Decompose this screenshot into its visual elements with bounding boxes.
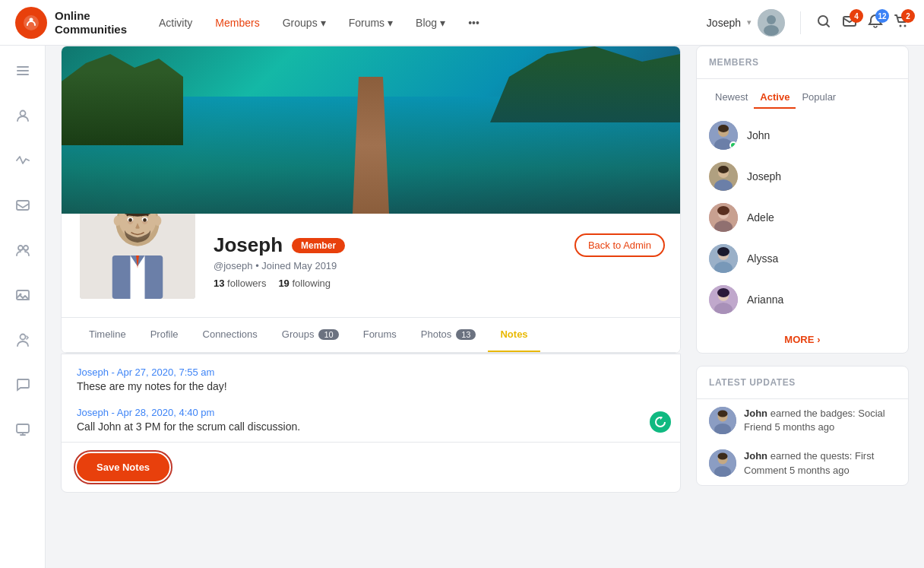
save-notes-button[interactable]: Save Notes: [77, 453, 169, 481]
latest-updates-card: LATEST UPDATES John earned the ba: [696, 366, 909, 486]
member-avatar-arianna: [709, 285, 738, 314]
chevron-down-icon: ▾: [747, 17, 752, 27]
cover-image: [62, 46, 680, 214]
member-name-alyssa: Alyssa: [747, 252, 778, 265]
member-item-arianna[interactable]: Arianna: [697, 279, 908, 320]
notifications-icon[interactable]: 12: [868, 14, 883, 31]
sidebar-monitor-icon[interactable]: [10, 417, 36, 446]
chevron-right-icon: ›: [817, 334, 820, 345]
note-entry-2: Joseph - Apr 28, 2020, 4:40 pm Call John…: [77, 407, 665, 435]
nav-groups[interactable]: Groups ▾: [274, 11, 335, 35]
nav-right: Joseph ▾ 4: [707, 9, 909, 36]
profile-name: Joseph: [214, 233, 283, 257]
member-list: John Joseph: [697, 109, 908, 326]
svg-point-39: [718, 166, 729, 173]
profile-stats: 13 followers 19 following: [214, 278, 665, 289]
back-to-admin-button[interactable]: Back to Admin: [574, 233, 665, 257]
tab-notes[interactable]: Notes: [488, 318, 540, 352]
svg-point-35: [718, 125, 729, 132]
logo-text: OnlineCommunities: [55, 9, 127, 36]
updates-list: John earned the badges: Social Friend 5 …: [697, 399, 908, 485]
tab-profile[interactable]: Profile: [138, 318, 191, 352]
svg-rect-16: [17, 424, 29, 433]
messages-badge: 4: [850, 9, 863, 23]
nav-links: Activity Members Groups ▾ Forums ▾ Blog …: [150, 11, 489, 35]
svg-point-5: [818, 16, 827, 25]
sidebar-inbox-icon[interactable]: [10, 192, 36, 222]
svg-point-43: [717, 206, 729, 215]
update-text-2: John earned the quests: First Comment 5 …: [744, 449, 896, 477]
member-name-arianna: Arianna: [747, 294, 783, 306]
tab-forums[interactable]: Forums: [351, 318, 409, 352]
nav-activity[interactable]: Activity: [150, 11, 201, 35]
sidebar-activity-icon[interactable]: [10, 148, 36, 177]
update-avatar-1: [709, 407, 736, 434]
updates-title: LATEST UPDATES: [709, 377, 896, 388]
main-content: Joseph Member Back to Admin @joseph • Jo…: [61, 46, 681, 498]
svg-point-27: [143, 218, 147, 222]
profile-handle: @joseph • Joined May 2019: [214, 260, 665, 271]
chevron-down-icon: ▾: [321, 17, 326, 29]
tab-active[interactable]: Active: [754, 87, 796, 109]
svg-point-15: [20, 335, 25, 340]
member-item-alyssa[interactable]: Alyssa: [697, 238, 908, 279]
user-menu[interactable]: Joseph ▾: [707, 9, 785, 36]
member-name-john: John: [747, 129, 770, 141]
messages-icon[interactable]: 4: [842, 14, 857, 31]
nav-forums[interactable]: Forums ▾: [340, 11, 402, 35]
nav-divider: [800, 11, 801, 34]
members-card: MEMBERS Newest Active Popular: [696, 46, 909, 354]
member-item-john[interactable]: John: [697, 115, 908, 156]
members-title: MEMBERS: [709, 57, 896, 68]
sidebar-friends-icon[interactable]: [10, 327, 36, 357]
tab-groups[interactable]: Groups 10: [270, 318, 351, 352]
svg-point-47: [717, 247, 729, 256]
nav-members[interactable]: Members: [206, 11, 268, 35]
sidebar-menu-icon[interactable]: [10, 58, 36, 87]
following-stat: 19 following: [278, 278, 331, 289]
member-avatar-adele: [709, 203, 738, 232]
sidebar-chat-icon[interactable]: [10, 372, 36, 401]
sidebar-image-icon[interactable]: [10, 282, 36, 312]
more-members-link[interactable]: MORE ›: [697, 326, 908, 353]
top-navigation: OnlineCommunities Activity Members Group…: [0, 0, 924, 46]
member-avatar-joseph: [709, 162, 738, 191]
svg-point-28: [114, 216, 122, 226]
svg-point-8: [904, 25, 907, 27]
tab-photos[interactable]: Photos 13: [409, 318, 489, 352]
member-item-adele[interactable]: Adele: [697, 197, 908, 238]
member-item-joseph[interactable]: Joseph: [697, 156, 908, 197]
left-sidebar: [0, 46, 46, 513]
members-tabs: Newest Active Popular: [697, 79, 908, 109]
svg-point-7: [900, 25, 902, 27]
svg-point-1: [30, 17, 33, 21]
cart-badge: 2: [901, 9, 915, 23]
user-name: Joseph: [707, 17, 741, 29]
svg-point-11: [18, 246, 23, 250]
tab-newest[interactable]: Newest: [709, 87, 754, 109]
nav-more[interactable]: •••: [459, 11, 489, 35]
cover-section: Joseph Member Back to Admin @joseph • Jo…: [61, 46, 681, 354]
updates-card-header: LATEST UPDATES: [697, 367, 908, 399]
nav-blog[interactable]: Blog ▾: [407, 11, 454, 35]
notes-section: Joseph - Apr 27, 2020, 7:55 am These are…: [61, 354, 681, 493]
tab-popular[interactable]: Popular: [796, 87, 842, 109]
member-badge: Member: [292, 238, 345, 253]
members-card-header: MEMBERS: [697, 46, 908, 79]
profile-info-bar: Joseph Member Back to Admin @joseph • Jo…: [62, 214, 680, 317]
update-item-1: John earned the badges: Social Friend 5 …: [697, 399, 908, 442]
notes-footer: Save Notes: [62, 443, 680, 492]
refresh-icon[interactable]: [650, 411, 671, 433]
sidebar-person-icon[interactable]: [10, 103, 36, 132]
cart-icon[interactable]: 2: [894, 14, 909, 31]
sidebar-groups-icon[interactable]: [10, 237, 36, 267]
search-icon[interactable]: [816, 14, 831, 31]
tab-connections[interactable]: Connections: [191, 318, 270, 352]
followers-stat: 13 followers: [214, 278, 266, 289]
tab-timeline[interactable]: Timeline: [77, 318, 138, 352]
svg-point-3: [767, 15, 776, 24]
page-wrapper: Joseph Member Back to Admin @joseph • Jo…: [46, 46, 924, 513]
svg-point-12: [24, 246, 28, 250]
logo[interactable]: OnlineCommunities: [15, 7, 127, 39]
svg-point-9: [20, 111, 25, 116]
